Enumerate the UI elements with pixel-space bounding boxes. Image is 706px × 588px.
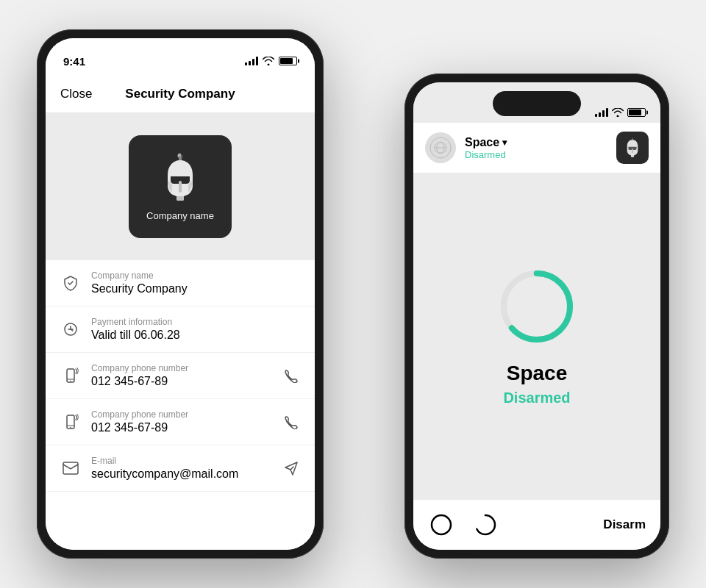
svg-rect-1 [179, 181, 182, 193]
signal-icon [245, 57, 258, 65]
right-screen: Space ▾ Disarmed [413, 82, 660, 550]
phone1-value: 012 345-67-89 [91, 375, 272, 388]
email-content: E-mail securitycompany@mail.com [91, 456, 272, 481]
bottom-icons [428, 512, 499, 538]
space-avatar [425, 132, 456, 163]
payment-content: Payment information Valid till 06.06.28 [91, 317, 300, 342]
svg-point-6 [70, 427, 71, 429]
phone1-item: Company phone number 012 345-67-89 [46, 353, 315, 399]
phone2-item: Company phone number 012 345-67-89 [46, 399, 315, 445]
payment-label: Payment information [91, 317, 300, 327]
email-label: E-mail [91, 456, 272, 466]
payment-icon [60, 319, 81, 340]
payment-value: Valid till 06.06.28 [91, 329, 300, 342]
right-phone: Space ▾ Disarmed [404, 74, 669, 559]
svg-point-4 [70, 381, 71, 382]
payment-item: Payment information Valid till 06.06.28 [46, 306, 315, 353]
phone2-call-icon[interactable] [282, 413, 300, 431]
close-button[interactable]: Close [60, 87, 104, 101]
phone2-value: 012 345-67-89 [91, 421, 272, 434]
phone2-content: Company phone number 012 345-67-89 [91, 409, 272, 434]
svg-point-15 [476, 515, 495, 534]
badge-helmet-icon [621, 137, 643, 159]
right-bottom: Disarm [413, 500, 660, 550]
space-info: Space ▾ Disarmed [425, 132, 507, 163]
svg-rect-7 [63, 462, 78, 474]
email-icon [60, 458, 81, 478]
status-time: 9:41 [63, 55, 85, 68]
space-name: Space ▾ [465, 136, 507, 149]
right-battery-icon [627, 108, 646, 117]
disarm-button[interactable]: Disarm [603, 517, 646, 532]
right-wifi-icon [612, 108, 624, 117]
left-phone: 9:41 Close Se [37, 29, 324, 559]
logo-label: Company name [146, 210, 214, 221]
shield-icon [60, 273, 81, 293]
bottom-circle-icon[interactable] [428, 512, 454, 538]
battery-icon [279, 57, 297, 65]
svg-rect-5 [67, 415, 74, 429]
status-bar: 9:41 [46, 38, 315, 75]
status-icons [245, 57, 297, 65]
right-main: Space Disarmed [413, 173, 660, 500]
right-status-icons [595, 108, 646, 117]
space-status: Disarmed [465, 149, 507, 160]
nav-title: Security Company [104, 87, 256, 101]
location-name: Space [503, 362, 570, 385]
email-send-icon[interactable] [282, 459, 300, 477]
right-signal-icon [595, 108, 608, 117]
space-text: Space ▾ Disarmed [465, 136, 507, 160]
svg-point-14 [432, 515, 451, 534]
left-screen: 9:41 Close Se [46, 38, 315, 550]
bottom-refresh-icon[interactable] [472, 512, 499, 538]
disarm-circle-icon [496, 266, 577, 347]
phone-device2-icon [60, 412, 81, 432]
nav-header: Close Security Company [46, 75, 315, 113]
company-name-label: Company name [91, 270, 300, 281]
email-item: E-mail securitycompany@mail.com [46, 445, 315, 492]
info-list: Company name Security Company Pay [46, 260, 315, 550]
logo-section: Company name [46, 113, 315, 260]
svg-rect-3 [67, 369, 74, 382]
chevron-down-icon: ▾ [502, 137, 507, 148]
phone1-call-icon[interactable] [282, 367, 300, 384]
phone-device-icon [60, 365, 81, 386]
right-header: Space ▾ Disarmed [413, 123, 660, 173]
phone1-content: Company phone number 012 345-67-89 [91, 363, 272, 388]
disarm-info: Space Disarmed [503, 362, 570, 406]
phone2-label: Company phone number [91, 409, 272, 420]
company-name-value: Security Company [91, 282, 300, 295]
disarm-status: Disarmed [503, 390, 570, 406]
email-value: securitycompany@mail.com [91, 467, 272, 481]
logo-card: Company name [129, 135, 232, 238]
company-name-item: Company name Security Company [46, 260, 315, 306]
phone1-label: Company phone number [91, 363, 272, 373]
helmet-icon [154, 153, 206, 204]
svg-rect-11 [632, 148, 633, 153]
dynamic-island [493, 91, 581, 116]
wifi-icon [263, 57, 274, 65]
company-name-content: Company name Security Company [91, 270, 300, 295]
scene: 9:41 Close Se [37, 29, 669, 559]
company-badge [616, 132, 649, 164]
